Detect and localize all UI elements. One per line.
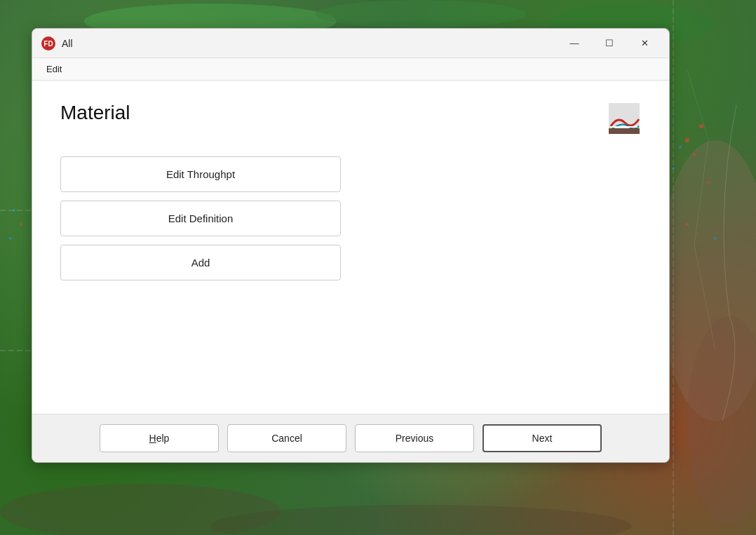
help-label-rest: elp bbox=[156, 433, 170, 444]
edit-definition-button[interactable]: Edit Definition bbox=[60, 201, 341, 236]
svg-point-14 bbox=[714, 237, 717, 240]
edit-throughpt-button[interactable]: Edit Throughpt bbox=[60, 156, 341, 192]
buttons-section: Edit Throughpt Edit Definition Add bbox=[60, 156, 341, 280]
svg-point-7 bbox=[693, 153, 696, 156]
svg-point-16 bbox=[20, 223, 22, 226]
help-button[interactable]: Help bbox=[100, 424, 219, 452]
footer: Help Cancel Previous Next bbox=[32, 414, 669, 462]
window-controls: — ☐ ✕ bbox=[558, 32, 661, 55]
section-title: Material bbox=[60, 102, 130, 124]
svg-point-2 bbox=[316, 0, 526, 28]
svg-point-17 bbox=[9, 237, 12, 240]
menu-bar: Edit bbox=[32, 58, 669, 81]
material-icon bbox=[607, 102, 641, 135]
cancel-button[interactable]: Cancel bbox=[227, 424, 346, 452]
add-button[interactable]: Add bbox=[60, 245, 341, 280]
previous-button[interactable]: Previous bbox=[355, 424, 474, 452]
app-icon: FD bbox=[41, 36, 56, 51]
window-title: All bbox=[62, 38, 73, 49]
maximize-button[interactable]: ☐ bbox=[593, 32, 626, 55]
svg-rect-26 bbox=[609, 128, 640, 134]
close-button[interactable]: ✕ bbox=[628, 32, 661, 55]
help-underline-h: H bbox=[149, 433, 156, 444]
title-bar-left: FD All bbox=[41, 36, 73, 51]
svg-point-9 bbox=[699, 124, 703, 128]
svg-point-8 bbox=[679, 146, 682, 149]
svg-point-13 bbox=[686, 223, 689, 226]
menu-edit[interactable]: Edit bbox=[41, 61, 67, 77]
title-bar: FD All — ☐ ✕ bbox=[32, 29, 669, 58]
content-area: Material Edit Throughpt Edit Definition bbox=[32, 81, 669, 414]
svg-text:FD: FD bbox=[43, 40, 53, 48]
svg-point-6 bbox=[685, 138, 689, 142]
svg-point-11 bbox=[707, 181, 710, 184]
main-window: FD All — ☐ ✕ Edit Material bbox=[32, 28, 670, 463]
content-header: Material bbox=[60, 102, 641, 135]
next-button[interactable]: Next bbox=[482, 424, 602, 452]
minimize-button[interactable]: — bbox=[558, 32, 590, 55]
